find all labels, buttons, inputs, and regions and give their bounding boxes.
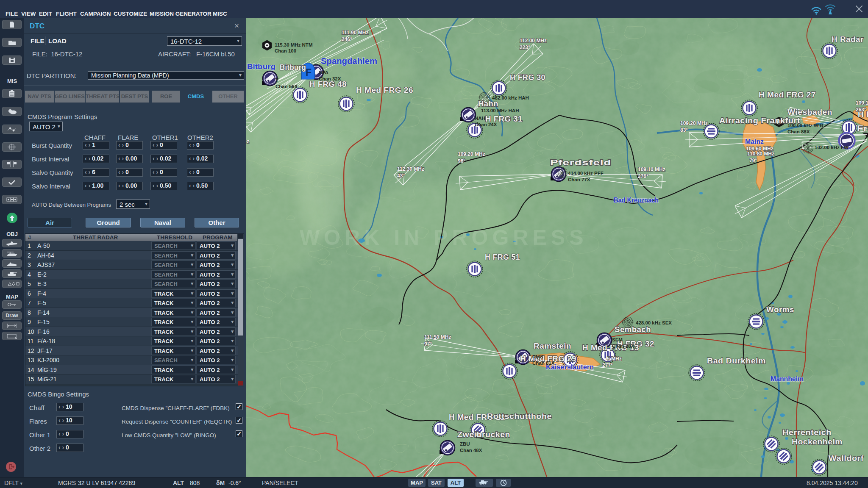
- svg-text:113.00 MHz HAH: 113.00 MHz HAH: [481, 108, 519, 113]
- svg-text:Hockenheim: Hockenheim: [792, 437, 843, 446]
- svg-text:Chan 24X: Chan 24X: [475, 122, 497, 127]
- svg-text:112.30 MHz: 112.30 MHz: [397, 166, 424, 172]
- svg-text:263°: 263°: [856, 107, 866, 113]
- svg-text:277°: 277°: [602, 362, 613, 368]
- svg-text:110.80 MHz: 110.80 MHz: [747, 151, 774, 157]
- svg-text:H FRG 51: H FRG 51: [485, 252, 520, 261]
- svg-text:Walldorf: Walldorf: [829, 454, 864, 463]
- svg-text:482.00 kHz HAH: 482.00 kHz HAH: [492, 95, 529, 100]
- svg-text:Bitburg: Bitburg: [280, 63, 306, 72]
- svg-text:102.00 kHz FW: 102.00 kHz FW: [815, 145, 849, 150]
- svg-text:246°: 246°: [342, 36, 352, 42]
- svg-text:Hahn: Hahn: [478, 99, 498, 108]
- svg-text:T: T: [275, 78, 278, 83]
- svg-text:H Med FRG 26: H Med FRG 26: [356, 86, 413, 94]
- svg-text:Chan 56X: Chan 56X: [275, 84, 298, 89]
- svg-text:SEM: SEM: [612, 337, 623, 342]
- svg-text:414.00 kHz PFF: 414.00 kHz PFF: [568, 171, 604, 176]
- svg-text:79°: 79°: [749, 158, 757, 164]
- svg-text:H Med FRG 27: H Med FRG 27: [759, 90, 816, 99]
- svg-text:WORK IN PROGRESS: WORK IN PROGRESS: [300, 226, 587, 250]
- svg-text:Chan 48X: Chan 48X: [460, 448, 482, 453]
- svg-text:Bitburg: Bitburg: [247, 63, 275, 71]
- svg-text:ZBU: ZBU: [460, 441, 470, 446]
- svg-text:Mainz: Mainz: [745, 138, 764, 146]
- svg-text:F: F: [306, 67, 312, 78]
- svg-text:NAH: NAH: [475, 116, 485, 121]
- svg-text:Wiesbaden: Wiesbaden: [787, 108, 832, 116]
- svg-text:z: z: [247, 139, 249, 144]
- svg-text:223°: 223°: [520, 44, 530, 50]
- svg-text:RMS: RMS: [532, 354, 543, 359]
- svg-text:Chan 32X: Chan 32X: [319, 76, 341, 81]
- svg-text:111.90 MHz: 111.90 MHz: [342, 30, 368, 36]
- svg-text:H Radar: H Radar: [832, 35, 864, 44]
- svg-text:115.30 MHz NTM: 115.30 MHz NTM: [275, 42, 312, 47]
- svg-text:Frankfurt: Frankfurt: [857, 124, 868, 133]
- svg-text:Chan 88X: Chan 88X: [787, 129, 810, 134]
- svg-text:Mannheim: Mannheim: [771, 375, 804, 383]
- svg-text:96°: 96°: [458, 158, 465, 164]
- svg-text:5 MHz: 5 MHz: [607, 356, 622, 362]
- svg-text:Ramstein: Ramstein: [534, 341, 571, 350]
- svg-text:83°: 83°: [680, 127, 688, 133]
- svg-text:Herrenteich: Herrenteich: [782, 428, 832, 437]
- svg-text:Zweibrucken: Zweibrucken: [457, 430, 510, 439]
- svg-text:Pferdsfeld: Pferdsfeld: [550, 158, 611, 167]
- svg-text:109.10 MHz: 109.10 MHz: [638, 166, 665, 172]
- svg-text:Sembach: Sembach: [615, 325, 651, 334]
- svg-text:112.00 MHz: 112.00 MHz: [520, 38, 547, 44]
- svg-text:SPA: SPA: [319, 70, 328, 75]
- svg-text:109.1: 109.1: [856, 100, 868, 106]
- svg-text:97°: 97°: [424, 341, 432, 347]
- svg-text:H FRG 30: H FRG 30: [510, 73, 545, 82]
- svg-text:Chan 28X: Chan 28X: [612, 344, 634, 349]
- svg-text:Spangdahlem: Spangdahlem: [321, 56, 377, 66]
- svg-text:100.00 kHz WIB: 100.00 kHz WIB: [787, 123, 823, 128]
- svg-text:109.20 MHz: 109.20 MHz: [680, 120, 708, 126]
- svg-text:Bad Kreuznach: Bad Kreuznach: [614, 197, 659, 204]
- svg-text:43°: 43°: [397, 173, 405, 179]
- svg-text:428.00 kHz SEX: 428.00 kHz SEX: [636, 320, 672, 325]
- svg-text:Bad Durkheim: Bad Durkheim: [707, 356, 766, 365]
- svg-text:Chan 77X: Chan 77X: [568, 177, 590, 182]
- svg-text:Worms: Worms: [766, 305, 794, 314]
- svg-text:109.20 MHz: 109.20 MHz: [458, 151, 485, 157]
- svg-text:276°: 276°: [638, 173, 648, 179]
- svg-text:111.50 MHz: 111.50 MHz: [424, 334, 451, 340]
- svg-text:Rottschutthohe: Rottschutthohe: [487, 412, 552, 421]
- svg-text:Chan 100: Chan 100: [275, 48, 296, 53]
- svg-text:Chan 81X: Chan 81X: [532, 360, 555, 366]
